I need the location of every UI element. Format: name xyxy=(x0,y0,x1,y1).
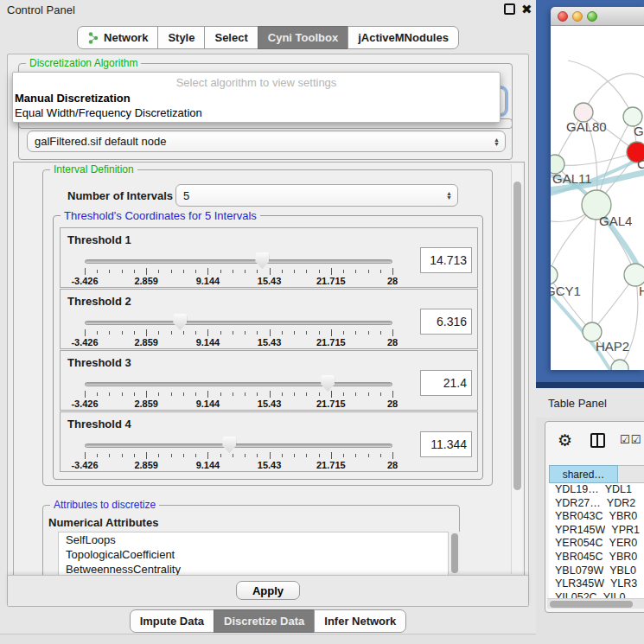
slider-tick xyxy=(183,331,184,335)
network-view-window[interactable]: GAL80G.CGAL11GAL4GCY1HHAP2 xyxy=(551,7,644,370)
dropdown-item-manual-discretization[interactable]: Manual Discretization xyxy=(15,92,131,105)
minimize-window-icon[interactable] xyxy=(572,11,583,22)
slider-tick xyxy=(319,454,320,457)
table-header-row: shared… na xyxy=(549,465,644,483)
slider-tick xyxy=(245,331,245,335)
table-data-combobox[interactable]: galFiltered.sif default node ▲▼ xyxy=(27,131,506,152)
cell-name[interactable]: YDR2 xyxy=(601,497,644,511)
cell-shared-name[interactable]: YPR145W xyxy=(549,524,605,538)
cell-shared-name[interactable]: YLR345W xyxy=(549,577,604,591)
slider-scale-label: -3.426 xyxy=(71,460,98,470)
tab-jactivemnodules[interactable]: jActiveMNodules xyxy=(348,26,459,49)
threshold-slider[interactable]: -3.4262.8599.14415.4321.71528 xyxy=(85,438,392,469)
column-header-shared-name[interactable]: shared… xyxy=(549,465,618,483)
slider-track[interactable] xyxy=(85,321,392,325)
checkbox-icons[interactable]: ☑☑ xyxy=(620,433,641,446)
settings-vertical-scrollbar[interactable] xyxy=(511,164,522,574)
slider-handle[interactable] xyxy=(222,437,236,453)
slider-tick xyxy=(355,331,356,335)
slider-handle[interactable] xyxy=(255,252,269,269)
columns-icon[interactable] xyxy=(590,433,605,448)
table-row[interactable]: YLR345WYLR3 xyxy=(549,577,644,591)
apply-button[interactable]: Apply xyxy=(236,581,300,600)
attribute-list-item[interactable]: SelfLoops xyxy=(59,532,448,547)
slider-handle[interactable] xyxy=(321,375,335,392)
network-node[interactable] xyxy=(611,360,628,370)
settings-scrollbar-thumb[interactable] xyxy=(513,182,521,490)
table-row[interactable]: YBL079WYBL0 xyxy=(549,564,644,578)
table-row[interactable]: YPR145WYPR1 xyxy=(549,524,644,538)
network-edge[interactable] xyxy=(620,275,638,368)
close-panel-icon[interactable]: ✖ xyxy=(521,2,532,17)
slider-tick xyxy=(368,331,369,335)
tab-discretize-data-label: Discretize Data xyxy=(224,615,304,628)
network-edge[interactable] xyxy=(583,73,644,112)
slider-scale-label: 28 xyxy=(387,337,398,348)
threshold-value-field[interactable]: 21.4 xyxy=(420,370,472,396)
slider-handle[interactable] xyxy=(173,314,187,330)
network-edge-thick[interactable] xyxy=(551,290,611,370)
gear-icon[interactable]: ⚙ xyxy=(558,430,572,450)
cell-shared-name[interactable]: YBR043C xyxy=(549,510,603,524)
node-table: shared… na YDL19…YDL1YDR27…YDR2YBR043CYB… xyxy=(549,465,644,604)
table-row[interactable]: YDR27…YDR2 xyxy=(549,497,644,511)
cell-name[interactable]: YBR0 xyxy=(603,510,644,524)
threshold-value-field[interactable]: 6.316 xyxy=(420,309,472,335)
slider-scale-label: 9.144 xyxy=(196,399,220,409)
table-row[interactable]: YBR043CYBR0 xyxy=(549,510,644,524)
threshold-label: Threshold 3 xyxy=(67,356,131,369)
slider-track[interactable] xyxy=(85,259,392,264)
cell-name[interactable]: YBR0 xyxy=(603,551,644,564)
slider-tick xyxy=(331,391,332,398)
threshold-slider[interactable]: -3.4262.8599.14415.4321.71528 xyxy=(85,316,392,347)
cell-shared-name[interactable]: YDL19… xyxy=(549,483,599,497)
tab-cyni-toolbox[interactable]: Cyni Toolbox xyxy=(258,26,348,49)
cell-shared-name[interactable]: YER054C xyxy=(549,537,603,551)
attributes-list-scrollbar[interactable] xyxy=(450,532,460,577)
slider-track[interactable] xyxy=(85,382,392,386)
zoom-window-icon[interactable] xyxy=(587,11,597,22)
numerical-attributes-list[interactable]: SelfLoopsTopologicalCoefficientBetweenne… xyxy=(58,532,449,577)
column-header-name[interactable]: na xyxy=(618,465,644,483)
tab-network[interactable]: Network xyxy=(77,26,158,49)
table-horizontal-scrollbar[interactable] xyxy=(547,598,644,609)
threshold-panels: Threshold 1 -3.4262.8599.14415.4321.7152… xyxy=(60,227,478,473)
number-of-intervals-combobox[interactable]: 5 ▲▼ xyxy=(175,184,458,207)
cell-shared-name[interactable]: YDR27… xyxy=(549,497,601,511)
slider-tick xyxy=(270,391,271,398)
network-edge[interactable] xyxy=(592,205,596,332)
threshold-value-field[interactable]: 14.713 xyxy=(420,247,472,273)
network-window-titlebar[interactable] xyxy=(551,7,644,26)
table-row[interactable]: YBR045CYBR0 xyxy=(549,551,644,564)
table-row[interactable]: YDL19…YDL1 xyxy=(549,483,644,497)
close-window-icon[interactable] xyxy=(558,11,568,22)
threshold-slider[interactable]: -3.4262.8599.14415.4321.71528 xyxy=(85,254,392,285)
cell-name[interactable]: YDL1 xyxy=(599,483,644,497)
slider-tick xyxy=(195,454,196,457)
tab-impute-data[interactable]: Impute Data xyxy=(130,609,214,633)
table-row[interactable]: YER054CYER0 xyxy=(549,537,644,551)
slider-tick xyxy=(183,270,184,273)
tab-infer-network[interactable]: Infer Network xyxy=(314,609,406,633)
cell-shared-name[interactable]: YBR045C xyxy=(549,551,603,564)
dropdown-item-equal-width-frequency[interactable]: Equal Width/Frequency Discretization xyxy=(15,106,202,119)
network-node[interactable] xyxy=(551,265,558,284)
cell-name[interactable]: YPR1 xyxy=(605,524,644,538)
cell-name[interactable]: YER0 xyxy=(603,537,644,551)
attributes-list-scrollbar-thumb[interactable] xyxy=(451,533,458,573)
tab-style[interactable]: Style xyxy=(157,26,205,49)
cell-shared-name[interactable]: YBL079W xyxy=(549,564,603,578)
tab-discretize-data[interactable]: Discretize Data xyxy=(214,609,315,633)
network-canvas[interactable]: GAL80G.CGAL11GAL4GCY1HHAP2 xyxy=(551,26,644,370)
cell-name[interactable]: YBL0 xyxy=(603,564,644,578)
tab-select[interactable]: Select xyxy=(204,26,258,49)
threshold-slider[interactable]: -3.4262.8599.14415.4321.71528 xyxy=(85,377,392,408)
float-window-icon[interactable] xyxy=(504,3,515,15)
interval-definition-title: Interval Definition xyxy=(50,163,137,175)
slider-track[interactable] xyxy=(85,443,392,448)
threshold-value-field[interactable]: 11.344 xyxy=(420,431,472,457)
slider-tick xyxy=(319,270,320,273)
attribute-list-item[interactable]: TopologicalCoefficient xyxy=(59,547,448,562)
cell-name[interactable]: YLR3 xyxy=(604,577,644,591)
table-scrollbar-thumb[interactable] xyxy=(550,601,633,608)
